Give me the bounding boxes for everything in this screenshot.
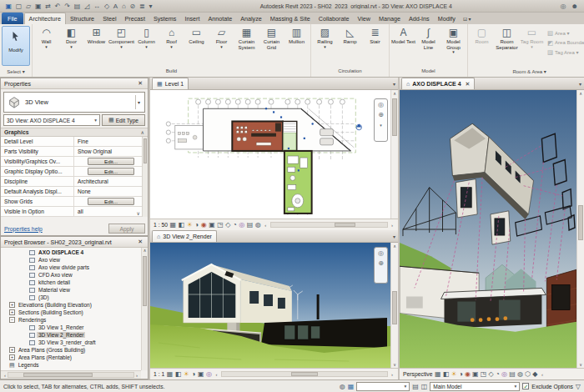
view-scale[interactable]: Perspective	[403, 371, 433, 377]
tool-modify[interactable]: Modify	[2, 26, 30, 66]
tree-item-renderings[interactable]: −Renderings	[1, 316, 141, 324]
redo-icon[interactable]: ↷	[63, 3, 72, 10]
tree-item-kitchen-detail[interactable]: kitchen detail	[1, 279, 141, 286]
zoom-icon[interactable]: ⊕	[378, 111, 384, 119]
reveal-hidden-icon[interactable]: ◎	[501, 369, 507, 379]
sync-icon[interactable]: ⇄	[43, 3, 53, 10]
panel-label-build[interactable]: Build	[33, 68, 310, 76]
property-value[interactable]: Show Original	[74, 147, 148, 156]
tool-component[interactable]: ◰Component▾	[109, 26, 133, 48]
active-workset-icon[interactable]: ▤	[412, 383, 419, 390]
tree-item-cfd-axo-view[interactable]: CFD Axo view	[1, 271, 141, 279]
shadows-icon[interactable]: ◑	[194, 220, 199, 230]
default-3d-view-icon[interactable]: ⌂	[120, 3, 128, 10]
tree-item-legends[interactable]: ▤Legends	[1, 361, 141, 369]
scroll-more-icon[interactable]: ∨	[137, 210, 140, 216]
tree-item-3d-view-3-render-draft[interactable]: 3D View 3_render_draft	[1, 339, 141, 346]
editing-requests-icon[interactable]: ◍	[340, 383, 345, 390]
tree-item-axo-view[interactable]: Axo view	[1, 256, 141, 264]
measure-icon[interactable]: ◿	[83, 3, 92, 10]
tab-3d-view-2-render[interactable]: ⌂ 3D View 2_Render	[152, 230, 217, 242]
save-icon[interactable]: ▣	[33, 3, 43, 10]
visual-style-icon[interactable]: ◧	[443, 369, 450, 379]
plan-canvas[interactable]: ◎ ⊕ ▾ ∧	[150, 90, 398, 219]
tree-item-material-view[interactable]: Material view	[1, 286, 141, 294]
property-value[interactable]: Fine	[74, 137, 148, 146]
crop-view-icon[interactable]: ▣	[198, 369, 204, 379]
search-icon[interactable]: ◎	[558, 3, 569, 10]
aligned-dimension-icon[interactable]: ↔	[92, 3, 103, 10]
tool-tag-area[interactable]: ▨Tag Area ▾	[547, 48, 584, 56]
graphics-section-header[interactable]: Graphics ∧	[1, 128, 148, 137]
tab-annotate[interactable]: Annotate	[204, 13, 236, 24]
tab-add-ins[interactable]: Add-Ins	[405, 13, 434, 24]
tab-analyze[interactable]: Analyze	[236, 13, 266, 24]
analytical-model-icon[interactable]: ⬡	[525, 369, 531, 379]
design-options-icon[interactable]: ◫	[421, 383, 428, 390]
properties-scrollbar[interactable]	[142, 137, 148, 217]
view-scale[interactable]: 1 : 50	[154, 222, 168, 228]
tool-railing[interactable]: ▨Railing▾	[313, 26, 337, 48]
displaced-elements-icon[interactable]: ◍	[517, 369, 523, 379]
property-value[interactable]: None	[74, 187, 148, 196]
text-icon[interactable]: A	[111, 3, 119, 10]
tab-architecture[interactable]: Architecture	[24, 13, 66, 24]
rendering-dialog-icon[interactable]: ◉	[201, 220, 207, 230]
zoom-icon[interactable]: ⊕	[378, 259, 384, 268]
exclude-options-checkbox[interactable]: ✓	[522, 383, 529, 389]
apply-button[interactable]: Apply	[108, 224, 145, 234]
tool-area[interactable]: ▧Area ▾	[547, 29, 584, 37]
selection-filter-icon[interactable]: ▽	[576, 383, 581, 390]
account-icon[interactable]: ☻	[569, 3, 581, 10]
tree-expander-icon[interactable]: −	[9, 317, 15, 323]
tool-ceiling[interactable]: ▭Ceiling	[184, 26, 209, 45]
tree-expander-icon[interactable]: +	[9, 302, 15, 308]
sun-path-icon[interactable]: ☀	[451, 369, 457, 379]
visual-style-icon[interactable]: ◧	[175, 369, 182, 379]
show-crop-icon[interactable]: ◳	[481, 369, 487, 379]
tree-item-3d[interactable]: (3D)	[1, 294, 141, 301]
temporary-view-properties-icon[interactable]: ▤	[509, 369, 516, 379]
ribbon-display-toggle-icon[interactable]: ⊡ ▾	[460, 16, 475, 22]
tab-level-1[interactable]: ▦ Level 1	[152, 78, 189, 89]
axo-canvas[interactable]: ∧ ∨	[400, 90, 584, 368]
customize-qat-icon[interactable]: ▾	[147, 3, 154, 10]
steering-wheel-icon[interactable]: ◎	[378, 249, 384, 258]
tab-list-icon[interactable]: ▾	[576, 81, 584, 87]
axo-vscrollbar[interactable]: ∧ ∨	[576, 90, 584, 368]
print-icon[interactable]: ▤	[72, 3, 82, 10]
panel-label-room-area[interactable]: Room & Area ▾	[468, 68, 584, 76]
shadows-icon[interactable]: ◑	[459, 369, 463, 379]
view-scale[interactable]: 1 : 1	[154, 371, 164, 377]
new-icon[interactable]: ▢	[13, 3, 23, 10]
nav-options-icon[interactable]: ▾	[380, 121, 382, 129]
tab-insert[interactable]: Insert	[180, 13, 204, 24]
tab-manage[interactable]: Manage	[375, 13, 405, 24]
undo-icon[interactable]: ↶	[53, 3, 62, 10]
panel-label-circulation[interactable]: Circulation	[311, 68, 389, 76]
tab-file[interactable]: File	[2, 13, 23, 24]
tab-list-icon[interactable]: ▾	[390, 234, 398, 239]
sun-path-icon[interactable]: ☀	[187, 220, 193, 230]
thin-lines-icon[interactable]: ≣	[138, 3, 147, 10]
tool-wall[interactable]: ◠Wall▾	[34, 26, 58, 48]
app-menu-icon[interactable]: ▣	[3, 3, 13, 10]
temporary-hide-isolate-icon[interactable]: ◔	[233, 220, 237, 230]
tree-item-3d-view-2-render[interactable]: 3D View 2_Render	[1, 331, 141, 339]
chevron-down-icon[interactable]: ▾	[135, 95, 142, 109]
crop-view-icon[interactable]: ▣	[209, 220, 215, 230]
crop-view-icon[interactable]: ▣	[472, 369, 479, 379]
tree-item-3d-view-1-render[interactable]: 3D View 1_Render	[1, 324, 141, 331]
tool-model-text[interactable]: AModel Text	[391, 26, 415, 45]
reveal-hidden-icon[interactable]: ◎	[206, 369, 212, 379]
instance-combo[interactable]: 3D View: AXO DISPLACE 4 ▾	[3, 114, 100, 126]
tree-expander-icon[interactable]: +	[9, 309, 15, 315]
tree-item-area-plans-rentable[interactable]: +Area Plans (Rentable)	[1, 354, 141, 361]
tab-precast[interactable]: Precast	[121, 13, 149, 24]
tool-tag-room[interactable]: ▭Tag Room▾	[520, 26, 544, 48]
sun-path-icon[interactable]: ☀	[184, 369, 189, 379]
tool-floor[interactable]: ▱Floor▾	[209, 26, 234, 48]
panel-label-select[interactable]: Select ▾	[0, 68, 32, 76]
detail-level-icon[interactable]: ▦	[170, 220, 177, 230]
shadows-icon[interactable]: ◑	[192, 369, 196, 379]
